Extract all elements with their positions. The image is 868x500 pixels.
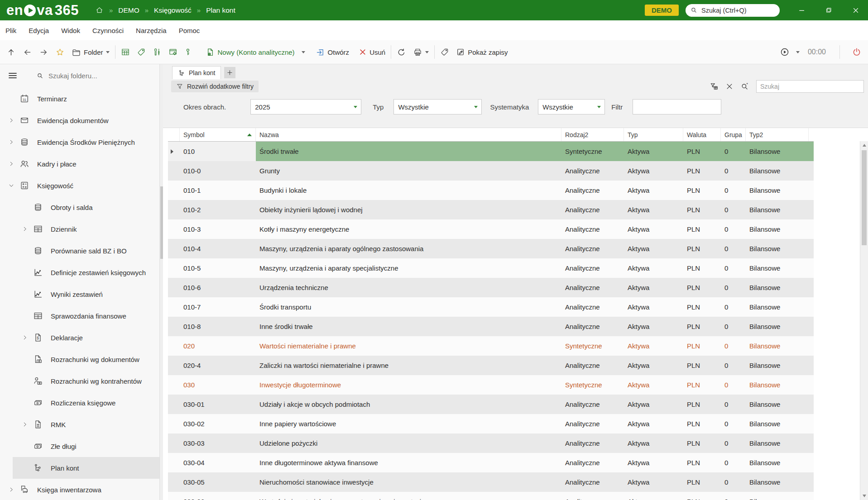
- expand-filters-button[interactable]: Rozwiń dodatkowe filtry: [171, 81, 259, 92]
- sidebar-item-rozrachunki-wg-dokumentów[interactable]: Rozrachunki wg dokumentów: [0, 348, 159, 370]
- arrow-left-icon[interactable]: [23, 48, 32, 57]
- add-tab-button[interactable]: [224, 67, 235, 78]
- open-button[interactable]: Otwórz: [316, 48, 350, 57]
- table-row[interactable]: 010-1Budynki i lokaleAnalityczneAktywaPL…: [168, 181, 814, 200]
- table-row[interactable]: 030-03Udzielone pożyczkiAnalityczneAktyw…: [168, 433, 814, 453]
- sidebar-item-księga-inwentarzowa[interactable]: Księga inwentarzowa: [0, 479, 159, 500]
- filter-select-okres-obrach[interactable]: 2025: [250, 99, 361, 114]
- menu-czynności[interactable]: Czynności: [92, 27, 124, 34]
- table-row[interactable]: 030Inwestycje długoterminoweSyntetyczneA…: [168, 375, 814, 395]
- menu-edycja[interactable]: Edycja: [29, 27, 49, 34]
- scrollbar-thumb[interactable]: [862, 150, 867, 245]
- list-search-input[interactable]: [756, 80, 864, 93]
- column-header-grupa[interactable]: Grupa: [721, 128, 746, 141]
- table-row[interactable]: 020Wartości niematerialne i prawneSyntet…: [168, 336, 814, 356]
- sidebar-item-obroty-i-salda[interactable]: Obroty i salda: [0, 196, 159, 218]
- refresh-icon[interactable]: [397, 48, 406, 57]
- table-row[interactable]: 030-01Udziały i akcje w obcych podmiotac…: [168, 395, 814, 414]
- key-icon[interactable]: [184, 48, 193, 57]
- close-icon[interactable]: [852, 6, 860, 14]
- sidebar-item-kadry-i-płace[interactable]: Kadry i płace: [0, 153, 159, 175]
- table-row[interactable]: 010-2Obiekty inżynierii lądowej i wodnej…: [168, 200, 814, 219]
- arrow-up-icon[interactable]: [6, 48, 16, 57]
- table-row[interactable]: 010Środki trwałeSyntetyczneAktywaPLN0Bil…: [168, 142, 814, 161]
- sidebar-item-rmk[interactable]: RMK: [0, 414, 159, 435]
- scroll-down-icon[interactable]: [863, 495, 866, 497]
- power-icon[interactable]: [852, 47, 862, 57]
- table-row[interactable]: 010-6Urządzenia techniczneAnalityczneAkt…: [168, 278, 814, 297]
- column-header-typ2[interactable]: Typ2: [746, 128, 809, 141]
- table-row[interactable]: 010-8Inne środki trwałeAnalityczneAktywa…: [168, 317, 814, 336]
- sidebar-item-porównanie-sald-bz-i-bo[interactable]: Porównanie sald BZ i BO: [0, 240, 159, 262]
- menu-widok[interactable]: Widok: [61, 27, 80, 34]
- global-search[interactable]: [686, 4, 780, 17]
- sidebar-item-rozrachunki-wg-kontrahentów[interactable]: Rozrachunki wg kontrahentów: [0, 370, 159, 392]
- table-row[interactable]: 010-0GruntyAnalityczneAktywaPLN0Bilansow…: [168, 161, 814, 181]
- sidebar-item-złe-długi[interactable]: Złe długi: [0, 435, 159, 457]
- show-records-button[interactable]: Pokaż zapisy: [456, 48, 508, 57]
- sidebar-scrollbar[interactable]: [159, 64, 163, 500]
- menu-plik[interactable]: Plik: [5, 27, 16, 34]
- table-scrollbar[interactable]: [860, 141, 868, 500]
- chevron-right-icon[interactable]: [8, 486, 14, 493]
- filter-select-systematyka[interactable]: Wszystkie: [538, 99, 605, 114]
- sidebar-item-wyniki-zestawień[interactable]: Wyniki zestawień: [0, 283, 159, 305]
- chevron-right-icon[interactable]: [8, 161, 14, 167]
- sidebar-item-dziennik[interactable]: Dziennik: [0, 218, 159, 240]
- column-header-typ[interactable]: Typ: [624, 128, 683, 141]
- global-search-input[interactable]: [700, 6, 768, 14]
- sidebar-item-deklaracje[interactable]: $Deklaracje: [0, 327, 159, 348]
- sidebar-item-księgowość[interactable]: Księgowość: [0, 175, 159, 196]
- home-icon[interactable]: [95, 6, 104, 14]
- chevron-down-icon[interactable]: [796, 51, 800, 53]
- table-row[interactable]: 030-04Inne długoterminowe aktywa finanso…: [168, 453, 814, 472]
- chevron-down-icon[interactable]: [8, 182, 14, 189]
- restore-icon[interactable]: [825, 6, 833, 14]
- table-row[interactable]: 010-7Środki transportuAnalityczneAktywaP…: [168, 297, 814, 317]
- table-row[interactable]: 010-3Kotły i maszyny energetyczneAnality…: [168, 219, 814, 239]
- delete-button[interactable]: Usuń: [359, 48, 385, 56]
- sidebar-item-ewidencja-środków-pieniężnych[interactable]: Ewidencja Środków Pieniężnych: [0, 131, 159, 153]
- hamburger-icon[interactable]: [7, 70, 18, 81]
- column-header-rodzaj2[interactable]: Rodzaj2: [561, 128, 624, 141]
- menu-pomoc[interactable]: Pomoc: [179, 27, 200, 34]
- table-row[interactable]: 030-05Nieruchomości stanowiace inwestycj…: [168, 472, 814, 492]
- breadcrumb-item-demo[interactable]: DEMO: [118, 6, 139, 14]
- table-row[interactable]: 020-4Zaliczki na wartości niematerialne …: [168, 356, 814, 375]
- sidebar-item-plan-kont[interactable]: Plan kont: [0, 457, 159, 479]
- arrow-right-icon[interactable]: [39, 48, 48, 57]
- folder-search[interactable]: [36, 71, 129, 80]
- grid-view-icon[interactable]: [121, 48, 130, 57]
- chevron-right-icon[interactable]: [22, 421, 28, 428]
- table-row[interactable]: 030-06Wartości niematerialne i prawne st…: [168, 492, 814, 500]
- chevron-right-icon[interactable]: [22, 226, 28, 232]
- breadcrumb-item-plan-kont[interactable]: Plan kont: [206, 6, 235, 14]
- chevron-right-icon[interactable]: [8, 117, 14, 124]
- sidebar-item-terminarz[interactable]: 31Terminarz: [0, 88, 159, 110]
- tag-icon[interactable]: [137, 48, 146, 57]
- column-header-nazwa[interactable]: Nazwa: [256, 128, 561, 141]
- favorite-star-icon[interactable]: [55, 48, 65, 57]
- sidebar-item-rozliczenia-księgowe[interactable]: Rozliczenia księgowe: [0, 392, 159, 414]
- tools-icon[interactable]: [153, 48, 162, 57]
- minimize-icon[interactable]: [798, 6, 806, 14]
- new-button[interactable]: Nowy (Konto analityczne): [206, 48, 295, 57]
- filter-input-filtr[interactable]: [633, 99, 721, 114]
- table-row[interactable]: 010-5Maszyny, urządzenia i aparaty specj…: [168, 258, 814, 278]
- table-row[interactable]: 030-02Inne papiery wartościoweAnalityczn…: [168, 414, 814, 433]
- menu-narzędzia[interactable]: Narzędzia: [136, 27, 167, 34]
- tab-plan-kont[interactable]: Plan kont: [172, 66, 221, 79]
- sidebar-item-definicje-zestawień-księgowych[interactable]: Definicje zestawień księgowych: [0, 262, 159, 283]
- sidebar-item-sprawozdania-finansowe[interactable]: Sprawozdania finansowe: [0, 305, 159, 327]
- clear-x-icon[interactable]: [725, 82, 734, 90]
- play-icon[interactable]: [780, 47, 790, 57]
- window-settings-icon[interactable]: [168, 48, 177, 57]
- folder-button[interactable]: Folder: [72, 48, 110, 57]
- chevron-right-icon[interactable]: [8, 139, 14, 145]
- tag-icon[interactable]: [440, 48, 449, 57]
- column-header-waluta[interactable]: Waluta: [683, 128, 721, 141]
- column-header-symbol[interactable]: Symbol: [180, 128, 256, 141]
- table-row[interactable]: 010-4Maszyny, urządzenia i aparaty ogóln…: [168, 239, 814, 258]
- scroll-up-icon[interactable]: [863, 144, 866, 147]
- search-star-icon[interactable]: *: [740, 82, 749, 91]
